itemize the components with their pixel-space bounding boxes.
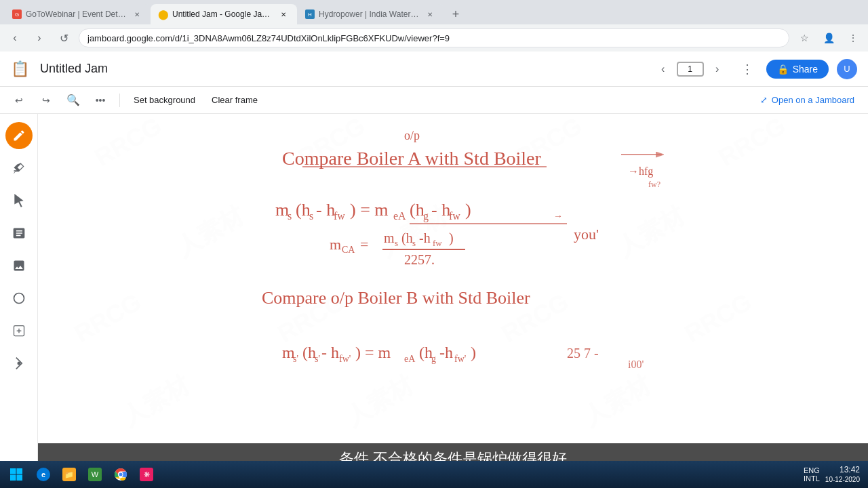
- svg-rect-54: [10, 468, 16, 474]
- taskbar-app3[interactable]: W: [83, 462, 107, 487]
- tab-bar: G GoToWebinar | Event Details ✕ ⬤ Untitl…: [0, 0, 868, 24]
- url-bar[interactable]: jamboard.google.com/d/1i_3DNA8Awm06LZ8z7…: [79, 28, 789, 47]
- svg-text:you': you': [574, 226, 599, 243]
- back-button[interactable]: ‹: [5, 28, 24, 47]
- taskbar-app5[interactable]: ❋: [134, 462, 159, 487]
- select-tool-button[interactable]: [5, 187, 33, 214]
- svg-text:m: m: [330, 236, 341, 253]
- eraser-tool-button[interactable]: [5, 155, 33, 182]
- svg-text:m: m: [384, 230, 395, 245]
- taskbar: e 📁 W ❋: [0, 461, 868, 488]
- avatar-initials: U: [844, 64, 850, 74]
- settings-button[interactable]: ⋮: [844, 28, 863, 47]
- pen-tool-button[interactable]: [5, 122, 33, 149]
- external-link-icon: ⤢: [760, 95, 768, 105]
- svg-text:fw: fw: [334, 210, 345, 222]
- svg-text:-h: -h: [419, 230, 431, 245]
- svg-text:25 7 -: 25 7 -: [567, 346, 599, 361]
- new-tab-button[interactable]: +: [446, 5, 465, 24]
- svg-rect-57: [17, 475, 23, 481]
- circle-tool-button[interactable]: [5, 285, 33, 312]
- svg-rect-55: [17, 468, 23, 474]
- jam-canvas[interactable]: RRCG RRCG RRCG RRCG 人素材 人素材 人素材 RRCG RRC…: [38, 114, 868, 488]
- svg-text:): ): [449, 230, 454, 246]
- start-button[interactable]: [3, 462, 30, 487]
- drawing-toolbar: ↩ ↪ 🔍 ••• Set background Clear frame ⤢ O…: [0, 87, 868, 114]
- jam-prev-frame[interactable]: ‹: [652, 58, 674, 80]
- zoom-button[interactable]: 🔍: [62, 89, 84, 111]
- svg-text:- h: - h: [321, 344, 339, 361]
- toolbar-separator: [119, 94, 120, 107]
- textbox-tool-button[interactable]: [5, 317, 33, 344]
- sticky-note-tool-button[interactable]: [5, 220, 33, 247]
- jam-navigation: ‹ 1 ›: [652, 58, 728, 80]
- svg-text:=: =: [360, 236, 368, 253]
- undo-button[interactable]: ↩: [8, 89, 30, 111]
- svg-text:→hfg: →hfg: [628, 165, 653, 178]
- svg-point-0: [14, 293, 24, 304]
- taskbar-chrome[interactable]: [108, 462, 133, 487]
- taskbar-explorer[interactable]: 📁: [57, 462, 81, 487]
- left-tools-panel: [0, 114, 38, 488]
- laser-tool-button[interactable]: [5, 350, 33, 377]
- taskbar-time-value: 13:42: [825, 465, 860, 476]
- svg-text:(h: (h: [419, 344, 433, 361]
- svg-text:fw': fw': [454, 354, 466, 364]
- svg-text:s': s': [293, 354, 298, 364]
- image-tool-button[interactable]: [5, 252, 33, 279]
- svg-text:2257.: 2257.: [404, 252, 435, 267]
- tab-close-3[interactable]: ✕: [425, 9, 435, 20]
- tab-label-2: Untitled Jam - Google Jamboard: [172, 9, 274, 19]
- reload-button[interactable]: ↺: [54, 28, 73, 47]
- svg-text:g: g: [423, 210, 429, 222]
- tab-hydropower[interactable]: H Hydropower | India Water Portal ✕: [297, 4, 443, 24]
- set-background-button[interactable]: Set background: [128, 92, 201, 108]
- tab-close-1[interactable]: ✕: [132, 9, 142, 20]
- jam-next-frame[interactable]: ›: [707, 58, 728, 80]
- svg-text:s: s: [309, 210, 313, 222]
- forward-button[interactable]: ›: [30, 28, 49, 47]
- open-on-jamboard-button[interactable]: ⤢ Open on a Jamboard: [755, 92, 860, 108]
- svg-text:o/p: o/p: [404, 129, 420, 142]
- redo-button[interactable]: ↪: [35, 89, 57, 111]
- share-label: Share: [793, 64, 818, 75]
- main-layout: RRCG RRCG RRCG RRCG 人素材 人素材 人素材 RRCG RRC…: [0, 114, 868, 488]
- tab-gotowebinar[interactable]: G GoToWebinar | Event Details ✕: [4, 4, 151, 24]
- jam-logo-icon: 📋: [11, 60, 29, 78]
- jam-app-toolbar: 📋 Untitled Jam ‹ 1 › ⋮ 🔒 Share U: [0, 52, 868, 87]
- svg-text:fw': fw': [339, 354, 351, 364]
- tab-close-2[interactable]: ✕: [278, 9, 289, 20]
- zoom-more-button[interactable]: •••: [90, 89, 111, 111]
- taskbar-clock: 13:42 10-12-2020: [825, 465, 860, 485]
- svg-text:(h: (h: [410, 200, 425, 220]
- profile-button[interactable]: 👤: [819, 28, 838, 47]
- url-text: jamboard.google.com/d/1i_3DNA8Awm06LZ8z7…: [87, 33, 781, 43]
- svg-point-2: [17, 362, 20, 365]
- bookmark-button[interactable]: ☆: [795, 28, 814, 47]
- svg-text:s: s: [412, 238, 416, 248]
- svg-text:) = m: ) = m: [350, 200, 389, 220]
- svg-text:CA: CA: [342, 245, 355, 255]
- jam-frame-indicator: 1: [677, 62, 704, 77]
- jam-title: Untitled Jam: [40, 62, 108, 76]
- svg-text:) = m: ) = m: [355, 344, 391, 361]
- share-button[interactable]: 🔒 Share: [766, 60, 829, 79]
- svg-text:(h: (h: [302, 344, 316, 361]
- browser-window: G GoToWebinar | Event Details ✕ ⬤ Untitl…: [0, 0, 868, 488]
- svg-text:i00': i00': [628, 359, 644, 370]
- svg-text:- h: - h: [431, 200, 450, 220]
- tab-favicon-3: H: [305, 9, 315, 19]
- tab-favicon-1: G: [12, 9, 22, 19]
- svg-text:s: s: [288, 210, 292, 222]
- svg-text:-h: -h: [439, 344, 453, 361]
- user-avatar[interactable]: U: [837, 59, 857, 79]
- taskbar-ie[interactable]: e: [31, 462, 56, 487]
- jam-more-options[interactable]: ⋮: [736, 58, 758, 80]
- svg-text:(h: (h: [296, 200, 311, 220]
- tab-favicon-2: ⬤: [159, 9, 168, 19]
- tab-jamboard[interactable]: ⬤ Untitled Jam - Google Jamboard ✕: [151, 4, 297, 24]
- tab-label-1: GoToWebinar | Event Details: [26, 9, 127, 19]
- clear-frame-button[interactable]: Clear frame: [206, 92, 263, 108]
- svg-text:): ): [471, 344, 476, 361]
- svg-text:Compare o/p  Boiler B  with St: Compare o/p Boiler B with Std Boiler: [262, 288, 530, 308]
